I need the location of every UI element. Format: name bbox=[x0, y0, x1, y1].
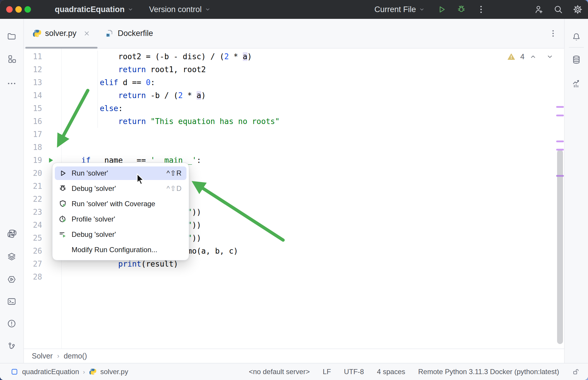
kebab-icon[interactable] bbox=[476, 4, 486, 14]
status-default-server[interactable]: <no default server> bbox=[249, 368, 310, 376]
left-tool-bar bbox=[0, 19, 24, 363]
menu-item-shortcut: ^⇧D bbox=[166, 184, 182, 193]
status-interpreter[interactable]: Remote Python 3.11.3 Docker (python:late… bbox=[418, 368, 559, 376]
bell-icon[interactable] bbox=[572, 32, 581, 42]
menu-item[interactable]: Run 'solver' with Coverage bbox=[55, 197, 186, 211]
warning-count: 4 bbox=[520, 52, 524, 61]
ide-window: quadraticEquation Version control Curren… bbox=[0, 0, 588, 380]
toolbar-divider bbox=[569, 47, 584, 48]
branch-icon[interactable] bbox=[7, 341, 16, 351]
code-text[interactable]: return "This equation has no roots" bbox=[81, 115, 280, 128]
python-file-icon bbox=[89, 368, 96, 376]
scrollbar-thumb[interactable] bbox=[557, 150, 563, 344]
line-number[interactable]: 15 bbox=[24, 102, 42, 115]
menu-item[interactable]: Debug 'solver' bbox=[55, 228, 186, 241]
line-number[interactable]: 23 bbox=[24, 206, 42, 219]
line-number[interactable]: 13 bbox=[24, 76, 42, 89]
close-window-button[interactable] bbox=[6, 6, 13, 13]
next-problem-chevron-down-icon[interactable] bbox=[546, 53, 554, 61]
tab-label: Dockerfile bbox=[118, 29, 153, 38]
code-text[interactable]: return root1, root2 bbox=[81, 63, 206, 76]
run-configuration-selector[interactable]: Current File bbox=[374, 5, 425, 14]
zoom-window-button[interactable] bbox=[24, 6, 31, 13]
menu-item[interactable]: Modify Run Configuration... bbox=[55, 243, 186, 257]
settings-icon[interactable] bbox=[573, 4, 583, 14]
tab-options-kebab-icon[interactable] bbox=[549, 29, 558, 38]
minimize-window-button[interactable] bbox=[15, 6, 22, 13]
line-number[interactable]: 24 bbox=[24, 219, 42, 232]
code-editor[interactable]: 11 root2 = (-b - disc) / (2 * a)12 retur… bbox=[24, 49, 564, 348]
debug-icon[interactable] bbox=[456, 4, 466, 14]
menu-item-label: Run 'solver' with Coverage bbox=[72, 200, 155, 208]
right-tool-bar bbox=[564, 19, 588, 363]
line-number[interactable]: 22 bbox=[24, 193, 42, 206]
status-encoding[interactable]: UTF-8 bbox=[344, 368, 364, 376]
code-line: 18 bbox=[24, 141, 552, 154]
menu-item-label: Run 'solver' bbox=[72, 169, 108, 177]
close-icon[interactable] bbox=[83, 29, 91, 37]
line-number[interactable]: 11 bbox=[24, 50, 42, 63]
line-number[interactable]: 18 bbox=[24, 141, 42, 154]
menu-item-label: Debug 'solver' bbox=[72, 230, 116, 239]
line-number[interactable]: 27 bbox=[24, 257, 42, 270]
run-gutter-icon[interactable] bbox=[47, 156, 55, 164]
debug-menu-icon bbox=[58, 184, 67, 193]
line-number[interactable]: 28 bbox=[24, 270, 42, 283]
terminal-icon[interactable] bbox=[7, 297, 16, 306]
status-indent[interactable]: 4 spaces bbox=[377, 368, 405, 376]
title-bar: quadraticEquation Version control Curren… bbox=[0, 0, 588, 19]
status-file-name[interactable]: solver.py bbox=[100, 368, 128, 376]
chevron-down-icon bbox=[419, 6, 425, 13]
status-project-name[interactable]: quadraticEquation bbox=[22, 368, 79, 376]
tab-label: solver.py bbox=[45, 29, 77, 38]
database-icon[interactable] bbox=[572, 55, 581, 65]
services-icon[interactable] bbox=[7, 275, 16, 284]
menu-item-label: Profile 'solver' bbox=[72, 215, 115, 223]
more-icon[interactable] bbox=[7, 79, 16, 88]
line-number[interactable]: 12 bbox=[24, 63, 42, 76]
code-text[interactable]: return -b / (2 * a) bbox=[81, 89, 206, 102]
vcs-change-marker bbox=[556, 175, 564, 177]
status-line-separator[interactable]: LF bbox=[323, 368, 331, 376]
line-number[interactable]: 21 bbox=[24, 180, 42, 193]
code-line: 28 bbox=[24, 270, 552, 283]
structure-icon[interactable] bbox=[7, 54, 16, 64]
line-number[interactable]: 19 bbox=[24, 154, 42, 167]
line-number[interactable]: 26 bbox=[24, 244, 42, 257]
problems-icon[interactable] bbox=[7, 319, 16, 328]
menu-item[interactable]: Debug 'solver'^⇧D bbox=[55, 182, 186, 195]
layers-icon[interactable] bbox=[7, 252, 16, 261]
menu-item[interactable]: Run 'solver'^⇧R bbox=[55, 166, 186, 180]
mouse-cursor bbox=[134, 173, 146, 186]
vcs-widget[interactable]: Version control bbox=[149, 5, 211, 14]
vcs-change-marker bbox=[556, 106, 564, 108]
line-number[interactable]: 20 bbox=[24, 167, 42, 180]
line-number[interactable]: 25 bbox=[24, 232, 42, 244]
project-widget[interactable]: quadraticEquation bbox=[55, 5, 134, 14]
menu-item-label: Debug 'solver' bbox=[72, 184, 116, 193]
run-configuration-label: Current File bbox=[374, 5, 416, 14]
code-text[interactable]: else: bbox=[81, 102, 123, 115]
menu-item[interactable]: Profile 'solver' bbox=[55, 212, 186, 226]
line-number[interactable]: 14 bbox=[24, 89, 42, 102]
code-line: 15 else: bbox=[24, 102, 552, 115]
lock-open-icon[interactable] bbox=[572, 368, 580, 376]
add-user-icon[interactable] bbox=[534, 4, 544, 14]
previous-problem-chevron-up-icon[interactable] bbox=[529, 53, 537, 61]
tab-solver.py[interactable]: solver.py bbox=[25, 19, 98, 48]
folder-icon[interactable] bbox=[7, 32, 16, 41]
play-icon[interactable] bbox=[437, 4, 447, 14]
status-separator: › bbox=[83, 368, 85, 375]
code-text[interactable]: elif d == 0: bbox=[81, 76, 155, 89]
breadcrumb-separator: › bbox=[57, 352, 59, 360]
code-text[interactable]: root2 = (-b - disc) / (2 * a) bbox=[81, 50, 252, 63]
warnings-widget[interactable]: 4 bbox=[507, 51, 554, 62]
line-number[interactable]: 16 bbox=[24, 115, 42, 128]
tab-Dockerfile[interactable]: Dockerfile bbox=[98, 19, 160, 48]
line-number[interactable]: 17 bbox=[24, 128, 42, 141]
search-icon[interactable] bbox=[553, 4, 563, 14]
breadcrumb-item-class[interactable]: Solver bbox=[32, 352, 53, 360]
chart-icon[interactable] bbox=[572, 79, 581, 88]
breadcrumb-item-function[interactable]: demo() bbox=[64, 352, 87, 360]
python-icon[interactable] bbox=[7, 229, 16, 239]
